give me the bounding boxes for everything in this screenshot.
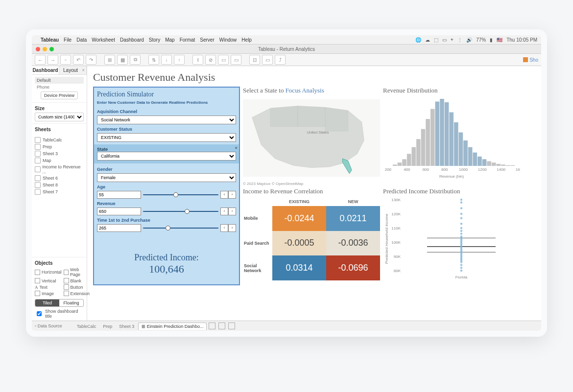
gender-select[interactable]: Female [97,173,236,182]
predicted-distribution-chart[interactable]: 80K90K100K110K120K130KPredicted Househol… [383,197,520,280]
globe-icon[interactable]: 🌐 [415,37,421,43]
data-source-tab[interactable]: ▫ Data Source [35,323,62,328]
show-labels-button[interactable]: ▭ [218,55,229,65]
volume-icon[interactable]: 🔊 [466,37,472,43]
revenue-prev-button[interactable]: ‹ [220,208,228,215]
group-button[interactable]: ⊘ [205,55,216,65]
menu-story[interactable]: Story [149,37,160,43]
sheet-item[interactable]: TableCalc [35,137,84,143]
minimize-window-button[interactable] [43,47,47,51]
correlation-matrix[interactable]: EXISTINGNEWMobile-0.02440.0211Paid Searc… [243,197,380,280]
revenue-slider[interactable] [143,211,218,212]
histogram-panel[interactable]: Revenue Distribution 2004006008001000120… [383,87,520,184]
age-slider[interactable] [143,194,218,195]
bluetooth-icon[interactable]: ⌖ [451,37,454,43]
sheet-item[interactable]: Sheet 3 [35,150,84,157]
object-vertical[interactable]: Vertical [35,278,62,283]
object-blank[interactable]: Blank [64,278,90,283]
object-text[interactable]: AText [35,284,62,290]
menu-server[interactable]: Server [200,37,214,43]
object-extension[interactable]: Extension [64,291,90,296]
object-button[interactable]: Button [64,284,90,290]
histogram-chart[interactable]: 2004006008001000120014001600Revenue (bin… [383,96,520,180]
redo-button[interactable]: ↷ [86,55,96,65]
menu-file[interactable]: File [64,37,72,43]
sheet-item[interactable]: Map [35,157,84,164]
new-data-source-button[interactable]: ⊞ [104,55,115,65]
fit-button[interactable]: ⊡ [249,55,260,65]
device-default[interactable]: Default [35,77,84,84]
show-title-checkbox[interactable]: Show dashboard title [35,309,84,319]
worksheet-tab[interactable]: Prep [100,323,115,330]
new-worksheet-icon[interactable] [209,323,215,329]
sheet-item[interactable]: Sheet 6 [35,175,84,182]
menu-window[interactable]: Window [219,37,237,43]
menu-data[interactable]: Data [76,37,87,43]
device-preview-button[interactable]: Device Preview [41,92,78,99]
sheet-item[interactable]: Sheet 8 [35,182,84,188]
sheet-item[interactable]: Sheet 7 [35,188,84,195]
revenue-input[interactable] [97,208,141,215]
sheet-item[interactable]: Prep [35,143,84,150]
presentation-button[interactable]: ▭ [262,55,273,65]
nav-back-button[interactable]: ← [35,55,46,65]
tile-toggle[interactable]: Tiled Floating [35,299,84,307]
close-icon[interactable]: × [82,68,85,73]
worksheet-tab[interactable]: TableCalc [74,323,99,330]
size-select[interactable]: Custom size (1400 x 800) [35,113,84,121]
sidebar-tab-dashboard[interactable]: Dashboard [32,66,59,74]
correlation-panel[interactable]: Income to Revenue Correlation EXISTINGNE… [243,187,380,285]
new-story-icon[interactable] [228,323,235,329]
menu-help[interactable]: Help [241,37,252,43]
worksheet-tab[interactable]: Sheet 3 [116,323,137,330]
display-icon[interactable]: ▭ [442,37,447,43]
sheet-item[interactable]: Income to Revenue ... [35,164,84,175]
new-dashboard-icon[interactable] [218,323,225,329]
object-image[interactable]: Image [35,291,62,296]
share-icon[interactable]: ⤴ [275,55,286,65]
menu-dashboard[interactable]: Dashboard [120,37,144,43]
object-webpage[interactable]: Web Page [64,267,90,277]
time-next-button[interactable]: › [228,224,236,232]
sidebar-tab-layout[interactable]: Layout× [59,66,87,74]
us-map[interactable]: United States [243,96,380,180]
revenue-next-button[interactable]: › [228,208,236,215]
show-me-button[interactable]: Sho [523,57,538,63]
app-icon[interactable]: ⬚ [434,37,438,43]
aquisition-channel-select[interactable]: Social Network [97,115,236,124]
duplicate-button[interactable]: ⧉ [130,55,141,65]
menu-app[interactable]: Tableau [41,37,59,43]
new-worksheet-button[interactable]: ▦ [117,55,128,65]
close-window-button[interactable] [36,47,40,51]
floating-option[interactable]: Floating [59,300,83,306]
age-next-button[interactable]: › [228,191,236,199]
cloud-icon[interactable]: ☁ [425,37,430,43]
state-select[interactable]: California [97,152,236,161]
close-icon[interactable]: × [235,145,238,151]
age-prev-button[interactable]: ‹ [220,191,228,199]
undo-button[interactable]: ↶ [73,55,84,65]
map-panel[interactable]: Select a State to Focus Analysis United … [243,87,380,184]
flag-icon[interactable]: 🇺🇸 [497,37,502,43]
worksheet-tab-active[interactable]: ⊞ Einstein Prediction Dashbo... [138,323,207,330]
age-input[interactable] [97,191,141,199]
save-button[interactable]: ▫ [60,55,71,65]
wifi-icon[interactable]: ⋮ [457,37,462,43]
time-input[interactable] [97,224,141,232]
sort-asc-button[interactable]: ↓ [161,55,172,65]
highlight-button[interactable]: ℓ [192,55,203,65]
predicted-distribution-panel[interactable]: Predicted Income Distribution 80K90K100K… [383,187,520,285]
device-phone[interactable]: Phone [35,85,84,91]
menu-map[interactable]: Map [165,37,174,43]
show-cards-button[interactable]: ▭ [231,55,241,65]
time-slider[interactable] [143,228,218,229]
time-prev-button[interactable]: ‹ [220,224,228,232]
battery-icon[interactable]: ▮ [490,37,493,43]
customer-status-select[interactable]: EXISTING [97,133,236,142]
sort-desc-button[interactable]: ↑ [174,55,185,65]
menu-format[interactable]: Format [180,37,195,43]
zoom-window-button[interactable] [49,47,54,51]
swap-button[interactable]: ⇅ [148,55,159,65]
nav-fwd-button[interactable]: → [48,55,58,65]
tiled-option[interactable]: Tiled [35,300,59,306]
